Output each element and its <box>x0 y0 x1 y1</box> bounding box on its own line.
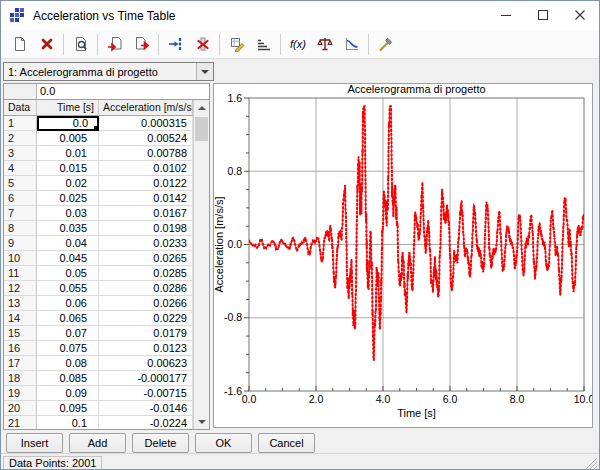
fill-handle[interactable] <box>94 126 98 130</box>
table-row: 20.0050.00524 <box>4 131 193 146</box>
ok-button[interactable]: OK <box>195 433 252 453</box>
row-header[interactable]: 10 <box>4 251 37 266</box>
cell-time[interactable]: 0.025 <box>37 191 99 206</box>
cell-acceleration[interactable]: -0.0224 <box>99 416 193 429</box>
cell-time[interactable]: 0.03 <box>37 206 99 221</box>
row-header[interactable]: 4 <box>4 161 37 176</box>
cell-acceleration[interactable]: 0.00623 <box>99 356 193 371</box>
cell-acceleration[interactable]: 0.0265 <box>99 251 193 266</box>
row-header[interactable]: 21 <box>4 416 37 429</box>
minimize-button[interactable] <box>488 1 525 30</box>
row-header[interactable]: 9 <box>4 236 37 251</box>
row-header[interactable]: 6 <box>4 191 37 206</box>
new-document-button[interactable] <box>6 32 33 57</box>
scrollbar-thumb[interactable] <box>195 117 208 141</box>
scroll-down-button[interactable] <box>194 414 209 429</box>
cell-acceleration[interactable]: 0.0286 <box>99 281 193 296</box>
cell-acceleration[interactable]: 0.0123 <box>99 341 193 356</box>
cell-time[interactable]: 0.005 <box>37 131 99 146</box>
add-button[interactable]: Add <box>69 433 126 453</box>
table-row: 200.095-0.0146 <box>4 401 193 416</box>
row-header[interactable]: 7 <box>4 206 37 221</box>
cell-acceleration[interactable]: 0.000315 <box>99 116 193 131</box>
cell-acceleration[interactable]: 0.0179 <box>99 326 193 341</box>
cell-time[interactable]: 0.085 <box>37 371 99 386</box>
cell-acceleration[interactable]: 0.0122 <box>99 176 193 191</box>
resize-grip[interactable] <box>585 457 598 470</box>
cell-time[interactable]: 0.065 <box>37 311 99 326</box>
cancel-button[interactable]: Cancel <box>258 433 315 453</box>
row-header[interactable]: 1 <box>4 116 37 131</box>
cell-time[interactable]: 0.015 <box>37 161 99 176</box>
dataset-selector-dropdown-button[interactable] <box>196 63 213 80</box>
function-fx-icon: f(x) <box>288 36 308 52</box>
cell-acceleration[interactable]: 0.00788 <box>99 146 193 161</box>
cell-time[interactable]: 0.05 <box>37 266 99 281</box>
row-header[interactable]: 15 <box>4 326 37 341</box>
row-header[interactable]: 17 <box>4 356 37 371</box>
edit-cells-button[interactable] <box>223 32 250 57</box>
cell-value-input[interactable]: 0.0 <box>37 84 209 100</box>
print-preview-button[interactable] <box>67 32 94 57</box>
sort-data-button[interactable] <box>250 32 277 57</box>
cell-acceleration[interactable]: 0.00524 <box>99 131 193 146</box>
cell-time[interactable]: 0.06 <box>37 296 99 311</box>
cell-acceleration[interactable]: 0.0229 <box>99 311 193 326</box>
tools-button[interactable] <box>372 32 399 57</box>
cell-acceleration[interactable]: 0.0167 <box>99 206 193 221</box>
row-header[interactable]: 19 <box>4 386 37 401</box>
row-header[interactable]: 3 <box>4 146 37 161</box>
cell-time[interactable]: 0.07 <box>37 326 99 341</box>
cell-acceleration[interactable]: 0.0285 <box>99 266 193 281</box>
cell-time[interactable]: 0.01 <box>37 146 99 161</box>
dataset-selector[interactable]: 1: Accelerogramma di progetto <box>3 62 214 81</box>
delete-row-button[interactable] <box>189 32 216 57</box>
row-header[interactable]: 16 <box>4 341 37 356</box>
row-header[interactable]: 12 <box>4 281 37 296</box>
function-fx-button[interactable]: f(x) <box>284 32 311 57</box>
row-header[interactable]: 18 <box>4 371 37 386</box>
cell-time[interactable]: 0.0 <box>37 116 99 131</box>
row-header[interactable]: 2 <box>4 131 37 146</box>
cell-time[interactable]: 0.055 <box>37 281 99 296</box>
cell-acceleration[interactable]: -0.000177 <box>99 371 193 386</box>
cell-time[interactable]: 0.08 <box>37 356 99 371</box>
table-scrollbar[interactable] <box>193 100 209 429</box>
cell-time[interactable]: 0.1 <box>37 416 99 429</box>
plot-curve-button[interactable] <box>338 32 365 57</box>
cell-acceleration[interactable]: 0.0198 <box>99 221 193 236</box>
scroll-up-button[interactable] <box>194 100 209 115</box>
row-header[interactable]: 5 <box>4 176 37 191</box>
cell-acceleration[interactable]: 0.0142 <box>99 191 193 206</box>
column-header-acceleration[interactable]: Acceleration [m/s/s] <box>99 100 193 116</box>
row-header[interactable]: 8 <box>4 221 37 236</box>
row-header[interactable]: 11 <box>4 266 37 281</box>
clear-table-button[interactable] <box>33 32 60 57</box>
clear-icon <box>39 36 55 52</box>
cell-time[interactable]: 0.02 <box>37 176 99 191</box>
scale-data-button[interactable] <box>311 32 338 57</box>
cell-time[interactable]: 0.045 <box>37 251 99 266</box>
insert-row-button[interactable] <box>162 32 189 57</box>
column-header-data[interactable]: Data <box>4 100 37 116</box>
cell-acceleration[interactable]: 0.0102 <box>99 161 193 176</box>
cell-time[interactable]: 0.075 <box>37 341 99 356</box>
cell-time[interactable]: 0.09 <box>37 386 99 401</box>
insert-button[interactable]: Insert <box>6 433 63 453</box>
row-header[interactable]: 20 <box>4 401 37 416</box>
delete-button[interactable]: Delete <box>132 433 189 453</box>
maximize-button[interactable] <box>525 1 562 30</box>
cell-time[interactable]: 0.095 <box>37 401 99 416</box>
cell-acceleration[interactable]: 0.0233 <box>99 236 193 251</box>
cell-acceleration[interactable]: 0.0266 <box>99 296 193 311</box>
import-data-button[interactable] <box>101 32 128 57</box>
row-header[interactable]: 14 <box>4 311 37 326</box>
column-header-time[interactable]: Time [s] <box>37 100 99 116</box>
cell-time[interactable]: 0.04 <box>37 236 99 251</box>
close-button[interactable] <box>562 1 599 30</box>
cell-time[interactable]: 0.035 <box>37 221 99 236</box>
cell-acceleration[interactable]: -0.00715 <box>99 386 193 401</box>
export-data-button[interactable] <box>128 32 155 57</box>
cell-acceleration[interactable]: -0.0146 <box>99 401 193 416</box>
row-header[interactable]: 13 <box>4 296 37 311</box>
